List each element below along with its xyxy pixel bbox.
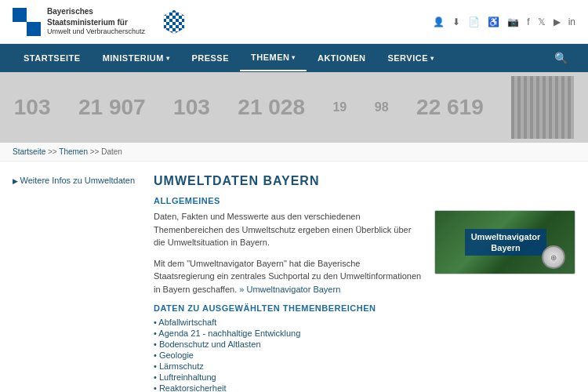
hero-num-1: 103 [14, 95, 51, 120]
chevron-down-icon: ▾ [166, 55, 170, 62]
hero-bar-chart [511, 76, 574, 139]
bavaria-crest-icon [163, 9, 185, 34]
breadcrumb-sep-1: >> [48, 147, 59, 156]
hero-num-3: 103 [173, 95, 210, 120]
breadcrumb-themen[interactable]: Themen [59, 147, 88, 156]
hero-image: 103 21 907 103 21 028 19 98 22 619 [0, 72, 588, 143]
main-content: Weitere Infos zu Umweltdaten UMWELTDATEN… [0, 162, 588, 392]
instagram-icon[interactable]: 📷 [507, 16, 519, 27]
nav-bar: Startseite Ministerium ▾ Presse Themen ▾… [0, 44, 588, 72]
breadcrumb-sep-2: >> [90, 147, 101, 156]
top-header: Bayerisches Staatsministerium für Umwelt… [0, 0, 588, 44]
nav-themen[interactable]: Themen ▾ [240, 45, 307, 71]
data-section-heading: DATEN ZU AUSGEWÄHLTEN THEMENBEREICHEN [154, 303, 575, 313]
download-icon[interactable]: ⬇ [452, 16, 460, 27]
twitter-icon[interactable]: 𝕏 [538, 16, 546, 27]
compass-icon: ⊕ [542, 245, 565, 269]
accessibility-icon[interactable]: ♿ [488, 16, 499, 27]
document-icon[interactable]: 📄 [468, 16, 480, 27]
section-allgemeines: ALLGEMEINES [154, 196, 575, 205]
chevron-down-icon-themen: ▾ [292, 54, 296, 61]
article: UMWELTDATEN BAYERN ALLGEMEINES Umweltnav… [154, 174, 575, 392]
hero-num-4: 21 028 [238, 95, 305, 120]
umwelt-navigator-box: Umweltnavigator Bayern ⊕ [434, 210, 575, 274]
list-item[interactable]: Agenda 21 - nachhaltige Entwicklung [154, 328, 575, 339]
nav-ministerium[interactable]: Ministerium ▾ [92, 45, 181, 71]
list-item[interactable]: Luftreinhaltung [154, 372, 575, 383]
list-item[interactable]: Geologie [154, 350, 575, 361]
hero-numbers-bg: 103 21 907 103 21 028 19 98 22 619 [0, 72, 588, 143]
list-item[interactable]: Bodenschutz und Altlasten [154, 339, 575, 350]
ministry-name: Bayerisches Staatsministerium für Umwelt… [47, 6, 157, 37]
svg-rect-3 [27, 8, 41, 22]
svg-marker-7 [164, 10, 184, 34]
data-list: Abfallwirtschaft Agenda 21 - nachhaltige… [154, 317, 575, 392]
chevron-down-icon-service: ▾ [430, 55, 434, 62]
hero-num-5: 19 [332, 100, 347, 114]
breadcrumb-startseite[interactable]: Startseite [13, 147, 45, 156]
sidebar-umweltdaten-link[interactable]: Weitere Infos zu Umweltdaten [13, 176, 135, 185]
nav-aktionen[interactable]: Aktionen [307, 45, 376, 71]
hero-num-2: 21 907 [78, 95, 146, 120]
svg-rect-2 [27, 22, 41, 36]
facebook-icon[interactable]: f [527, 16, 529, 27]
umwelt-title: Umweltnavigator Bayern [465, 229, 547, 256]
sidebar: Weitere Infos zu Umweltdaten [13, 174, 138, 392]
logo-area: Bayerisches Staatsministerium für Umwelt… [13, 6, 185, 37]
list-item[interactable]: Lärmschutz [154, 361, 575, 372]
top-icons-area: 👤 ⬇ 📄 ♿ 📷 f 𝕏 ▶ in [433, 16, 575, 27]
youtube-icon[interactable]: ▶ [554, 16, 561, 27]
breadcrumb: Startseite >> Themen >> Daten [0, 143, 588, 162]
list-item[interactable]: Reaktorsicherheit [154, 383, 575, 392]
search-button[interactable]: 🔍 [546, 44, 575, 72]
hero-num-7: 22 619 [416, 95, 484, 120]
list-item[interactable]: Abfallwirtschaft [154, 317, 575, 328]
hero-num-6: 98 [375, 100, 389, 114]
umwelt-navigator-image: Umweltnavigator Bayern ⊕ [435, 211, 575, 274]
ministry-logo-icon [13, 8, 41, 36]
nav-presse[interactable]: Presse [180, 45, 240, 71]
linkedin-icon[interactable]: in [568, 16, 575, 27]
nav-startseite[interactable]: Startseite [13, 45, 92, 71]
svg-rect-4 [13, 22, 27, 36]
person-icon[interactable]: 👤 [433, 16, 445, 27]
nav-service[interactable]: Service ▾ [376, 45, 445, 71]
page-title: UMWELTDATEN BAYERN [154, 174, 575, 188]
svg-rect-5 [13, 8, 20, 15]
breadcrumb-current: Daten [101, 147, 122, 156]
umwelt-navigator-link[interactable]: » Umweltnavigator Bayern [239, 285, 340, 294]
